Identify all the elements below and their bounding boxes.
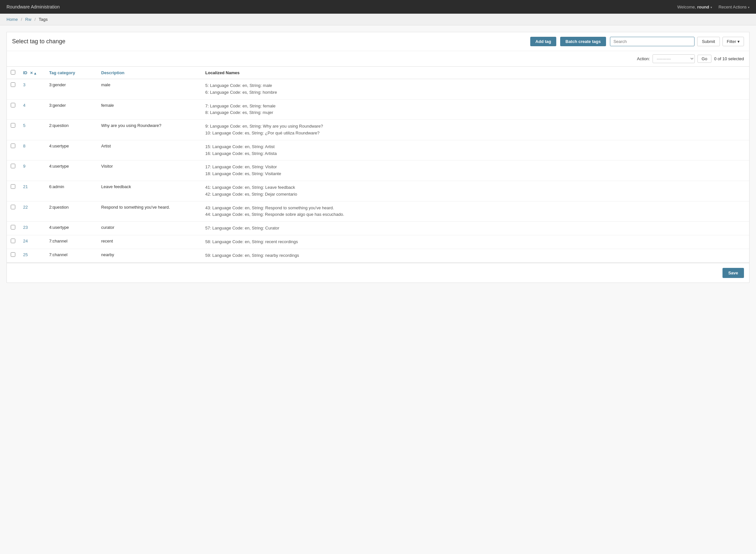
row-tag-category: 3:gender — [45, 99, 97, 120]
row-localized-names: 41: Language Code: en, String: Leave fee… — [201, 181, 749, 201]
row-id-link[interactable]: 22 — [23, 205, 28, 210]
row-checkbox[interactable] — [11, 205, 15, 209]
row-checkbox[interactable] — [11, 82, 15, 87]
row-id-link[interactable]: 21 — [23, 184, 28, 189]
select-all-header — [7, 67, 19, 79]
row-id-link[interactable]: 25 — [23, 252, 28, 257]
row-tag-category: 2:question — [45, 201, 97, 222]
action-bar: Action: ---------- Go 0 of 10 selected — [6, 51, 750, 66]
col-header-tag-category: Tag category — [45, 67, 97, 79]
batch-create-button[interactable]: Batch create tags — [560, 37, 606, 46]
row-checkbox[interactable] — [11, 144, 15, 148]
row-checkbox-cell — [7, 120, 19, 140]
page-title: Select tag to change — [12, 38, 526, 45]
row-checkbox-cell — [7, 222, 19, 235]
filter-dropdown-arrow: ▾ — [738, 39, 740, 44]
sort-asc-icon[interactable]: ▲ — [34, 71, 37, 75]
filter-button[interactable]: Filter ▾ — [722, 37, 744, 46]
sort-remove-icon[interactable]: ✕ — [30, 71, 33, 75]
row-tag-category: 7:channel — [45, 249, 97, 262]
row-checkbox[interactable] — [11, 252, 15, 257]
row-localized-names: 58: Language Code: en, String: recent re… — [201, 235, 749, 249]
go-button[interactable]: Go — [697, 55, 711, 63]
page-footer: Save — [6, 263, 750, 283]
row-description: male — [97, 79, 201, 100]
submit-button[interactable]: Submit — [697, 37, 720, 46]
table-row: 23 4:usertype curator 57: Language Code:… — [7, 222, 749, 235]
table-row: 22 2:question Respond to something you'v… — [7, 201, 749, 222]
action-select[interactable]: ---------- — [652, 54, 695, 63]
table-row: 4 3:gender female 7: Language Code: en, … — [7, 99, 749, 120]
row-checkbox-cell — [7, 79, 19, 100]
recent-actions-link[interactable]: Recent Actions ▾ — [718, 5, 750, 9]
row-localized-names: 9: Language Code: en, String: Why are yo… — [201, 120, 749, 140]
row-description: Visitor — [97, 161, 201, 181]
row-checkbox-cell — [7, 161, 19, 181]
row-checkbox[interactable] — [11, 225, 15, 229]
row-id-link[interactable]: 23 — [23, 225, 28, 230]
table-row: 3 3:gender male 5: Language Code: en, St… — [7, 79, 749, 100]
table-row: 25 7:channel nearby 59: Language Code: e… — [7, 249, 749, 262]
app-title: Roundware Administration — [6, 4, 60, 9]
row-id: 24 — [19, 235, 45, 249]
row-checkbox[interactable] — [11, 164, 15, 168]
row-localized-names: 7: Language Code: en, String: female8: L… — [201, 99, 749, 120]
col-header-description: Description — [97, 67, 201, 79]
row-tag-category: 2:question — [45, 120, 97, 140]
action-label: Action: — [637, 56, 650, 61]
row-id: 8 — [19, 140, 45, 161]
add-tag-button[interactable]: Add tag — [530, 37, 556, 46]
table-header: ID ✕ ▲ Tag category Description Localize… — [7, 67, 749, 79]
row-id: 5 — [19, 120, 45, 140]
header: Roundware Administration Welcome, round … — [0, 0, 756, 14]
content: Select tag to change Add tag Batch creat… — [0, 25, 756, 289]
row-checkbox[interactable] — [11, 123, 15, 127]
row-id-link[interactable]: 4 — [23, 103, 25, 108]
header-right: Welcome, round ▾ Recent Actions ▾ — [677, 5, 750, 9]
row-id-link[interactable]: 9 — [23, 164, 25, 169]
table-row: 5 2:question Why are you using Roundware… — [7, 120, 749, 140]
row-localized-names: 15: Language Code: en, String: Artist16:… — [201, 140, 749, 161]
sort-tag-category-link[interactable]: Tag category — [49, 70, 75, 75]
row-id-link[interactable]: 3 — [23, 82, 25, 87]
row-id-link[interactable]: 5 — [23, 123, 25, 128]
row-description: female — [97, 99, 201, 120]
breadcrumb-home[interactable]: Home — [6, 17, 18, 22]
col-header-localized-names: Localized Names — [201, 67, 749, 79]
row-id-link[interactable]: 24 — [23, 238, 28, 243]
row-checkbox-cell — [7, 249, 19, 262]
row-description: Respond to something you've heard. — [97, 201, 201, 222]
row-checkbox[interactable] — [11, 238, 15, 243]
breadcrumb-rw[interactable]: Rw — [25, 17, 32, 22]
sort-id-link[interactable]: ID — [23, 70, 27, 75]
recent-actions-dropdown-arrow[interactable]: ▾ — [748, 6, 750, 9]
table-row: 21 6:admin Leave feedback 41: Language C… — [7, 181, 749, 201]
row-id-link[interactable]: 8 — [23, 144, 25, 149]
row-checkbox[interactable] — [11, 103, 15, 107]
table-row: 24 7:channel recent 58: Language Code: e… — [7, 235, 749, 249]
table-row: 9 4:usertype Visitor 17: Language Code: … — [7, 161, 749, 181]
toolbar: Select tag to change Add tag Batch creat… — [6, 32, 750, 51]
row-localized-names: 59: Language Code: en, String: nearby re… — [201, 249, 749, 262]
row-localized-names: 57: Language Code: en, String: Curator — [201, 222, 749, 235]
user-dropdown-arrow[interactable]: ▾ — [710, 6, 712, 9]
row-id: 3 — [19, 79, 45, 100]
row-description: Leave feedback — [97, 181, 201, 201]
select-all-checkbox[interactable] — [11, 70, 15, 74]
row-id: 9 — [19, 161, 45, 181]
save-button[interactable]: Save — [722, 268, 744, 278]
breadcrumb-sep-1: / — [21, 17, 22, 22]
row-id: 21 — [19, 181, 45, 201]
sort-icons-id: ✕ ▲ — [30, 71, 37, 75]
selected-count: 0 of 10 selected — [714, 56, 744, 61]
row-localized-names: 43: Language Code: en, String: Respond t… — [201, 201, 749, 222]
row-checkbox-cell — [7, 181, 19, 201]
row-description: curator — [97, 222, 201, 235]
search-input[interactable] — [610, 37, 695, 46]
row-checkbox[interactable] — [11, 184, 15, 189]
row-tag-category: 4:usertype — [45, 222, 97, 235]
row-localized-names: 5: Language Code: en, String: male6: Lan… — [201, 79, 749, 100]
row-description: recent — [97, 235, 201, 249]
breadcrumb: Home / Rw / Tags — [0, 14, 756, 25]
sort-description-link[interactable]: Description — [101, 70, 125, 75]
